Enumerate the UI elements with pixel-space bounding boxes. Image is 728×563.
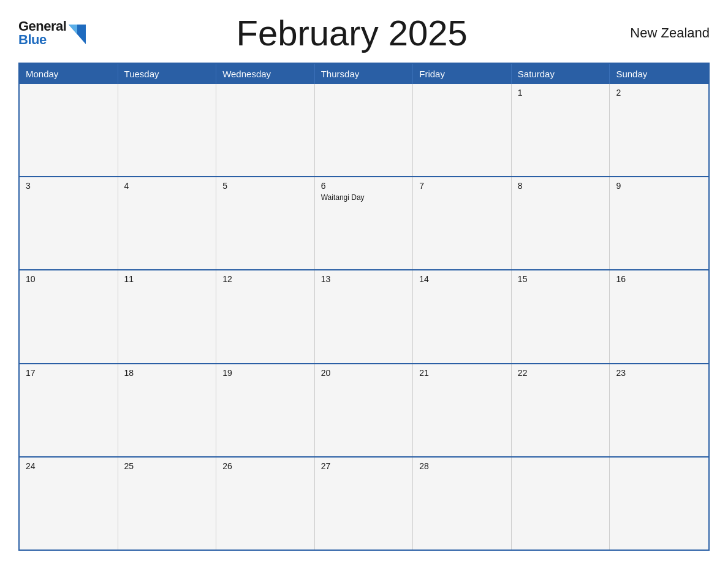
date-number: 21 [419,368,505,378]
day-header-friday: Friday [413,64,512,84]
date-number: 15 [518,274,604,284]
header: General Blue February 2025 New Zealand [18,12,710,56]
logo-general-text: General [18,20,66,33]
calendar-cell: 11 [118,270,217,362]
date-number: 11 [124,274,210,284]
date-number: 18 [124,368,210,378]
month-title: February 2025 [86,12,618,53]
calendar-cell: 17 [20,364,118,456]
calendar-cell: 19 [216,364,315,456]
calendar-cell [216,84,315,176]
calendar-cell: 10 [20,270,118,362]
calendar-week-2: 3456Waitangi Day789 [20,176,708,269]
date-number: 10 [26,274,112,284]
date-number: 13 [321,274,407,284]
date-number: 25 [124,461,210,471]
svg-marker-1 [69,25,77,34]
calendar-cell: 27 [315,458,414,550]
date-number: 1 [518,88,604,98]
calendar-cell: 15 [512,270,610,362]
calendar-week-5: 2425262728 [20,456,708,550]
calendar-cell: 8 [512,177,610,269]
date-number: 16 [616,274,702,284]
calendar-cell [20,84,118,176]
calendar-cell: 7 [413,177,512,269]
calendar-cell [512,458,610,550]
calendar-week-1: 12 [20,84,708,176]
calendar-cell: 18 [118,364,217,456]
day-header-thursday: Thursday [315,64,414,84]
date-number: 22 [518,368,604,378]
calendar-cell: 9 [610,177,708,269]
day-header-wednesday: Wednesday [216,64,315,84]
logo-triangle-icon [69,25,86,44]
date-number: 8 [518,181,604,191]
date-number: 17 [26,368,112,378]
calendar-cell: 2 [610,84,708,176]
event-label: Waitangi Day [321,193,407,202]
logo-blue-text: Blue [18,33,66,47]
day-header-sunday: Sunday [610,64,708,84]
calendar-cell: 4 [118,177,217,269]
date-number: 20 [321,368,407,378]
calendar-cell: 3 [20,177,118,269]
date-number: 9 [616,181,702,191]
logo-text: General Blue [18,20,66,47]
calendar-cell [315,84,414,176]
date-number: 27 [321,461,407,471]
calendar-cell: 13 [315,270,414,362]
calendar-cell: 21 [413,364,512,456]
calendar-cell: 20 [315,364,414,456]
date-number: 2 [616,88,702,98]
date-number: 19 [222,368,308,378]
country-label: New Zealand [618,25,710,41]
calendar-cell: 6Waitangi Day [315,177,414,269]
calendar-cell: 12 [216,270,315,362]
calendar-cell: 24 [20,458,118,550]
date-number: 6 [321,181,407,191]
date-number: 24 [26,461,112,471]
calendar-cell [413,84,512,176]
date-number: 28 [419,461,505,471]
calendar-cell: 16 [610,270,708,362]
page: General Blue February 2025 New Zealand M… [0,0,728,563]
calendar-week-3: 10111213141516 [20,269,708,362]
date-number: 26 [222,461,308,471]
day-header-tuesday: Tuesday [118,64,217,84]
calendar-week-4: 17181920212223 [20,363,708,456]
calendar-cell [118,84,217,176]
date-number: 4 [124,181,210,191]
date-number: 14 [419,274,505,284]
date-number: 3 [26,181,112,191]
day-headers: Monday Tuesday Wednesday Thursday Friday… [20,64,708,84]
calendar-cell: 28 [413,458,512,550]
date-number: 5 [222,181,308,191]
calendar-cell: 25 [118,458,217,550]
calendar-cell [610,458,708,550]
calendar: Monday Tuesday Wednesday Thursday Friday… [18,63,710,551]
calendar-cell: 5 [216,177,315,269]
calendar-cell: 22 [512,364,610,456]
calendar-cell: 26 [216,458,315,550]
date-number: 23 [616,368,702,378]
logo: General Blue [18,20,86,47]
day-header-monday: Monday [20,64,118,84]
calendar-cell: 23 [610,364,708,456]
calendar-cell: 1 [512,84,610,176]
date-number: 7 [419,181,505,191]
calendar-body: 123456Waitangi Day7891011121314151617181… [20,84,708,550]
calendar-cell: 14 [413,270,512,362]
date-number: 12 [222,274,308,284]
day-header-saturday: Saturday [512,64,610,84]
